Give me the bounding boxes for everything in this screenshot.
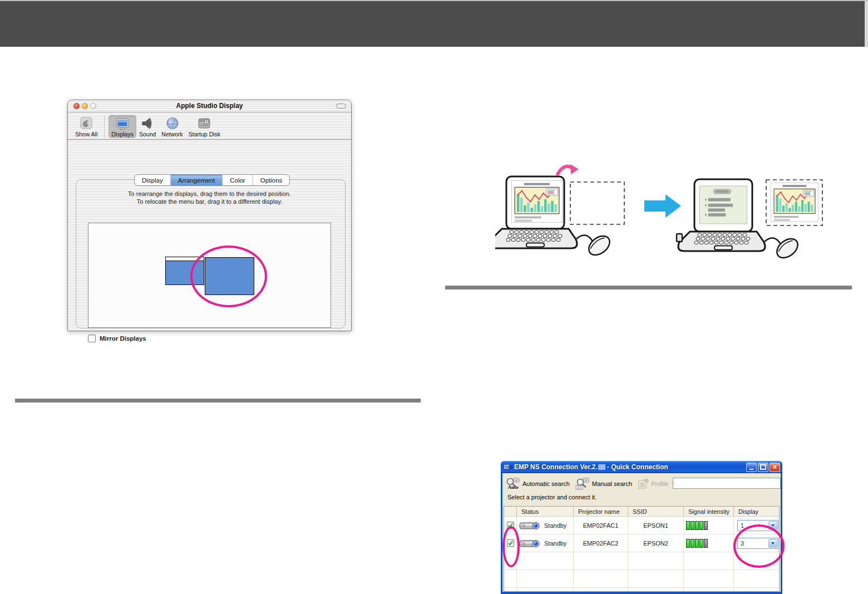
- row1-status-cell[interactable]: Standby: [517, 517, 574, 534]
- row1-ssid[interactable]: EPSON1: [628, 517, 684, 534]
- mirror-displays-checkbox[interactable]: [88, 335, 96, 342]
- toolbar-item-show-all[interactable]: Show All: [72, 115, 100, 138]
- empty-cell: [504, 570, 517, 588]
- blue-result-arrow: [644, 194, 681, 218]
- list-icon: [638, 479, 649, 489]
- empty-cell: [684, 552, 734, 570]
- minimize-button[interactable]: [746, 463, 757, 472]
- mac-content: Display Arrangement Color Options To rea…: [68, 140, 351, 333]
- extended-desktop-illustration: [495, 161, 841, 263]
- empty-cell: [628, 588, 684, 592]
- empty-cell: [734, 588, 779, 592]
- tab-color[interactable]: Color: [222, 175, 252, 185]
- pink-drag-arrowhead: [570, 164, 579, 174]
- empty-cell: [628, 552, 684, 570]
- empty-cell: [734, 570, 779, 588]
- mac-tab-bar: Display Arrangement Color Options: [134, 174, 290, 186]
- arrangement-instructions: To rearrange the displays, drag them to …: [68, 190, 351, 205]
- disk-icon: ?: [197, 116, 211, 131]
- dialog-prompt: Select a projector and connect it.: [502, 494, 781, 505]
- row2-status-cell[interactable]: Standby: [517, 534, 574, 552]
- mac-toolbar: Show All Displays Sound: [68, 112, 351, 140]
- toolbar-item-network[interactable]: Network: [159, 115, 186, 138]
- header-projector-name[interactable]: Projector name: [574, 507, 628, 517]
- row1-status-text: Standby: [544, 522, 566, 529]
- toolbar-item-sound[interactable]: Sound: [136, 115, 159, 138]
- instruction-line-1: To rearrange the displays, drag them to …: [68, 190, 351, 198]
- xp-window-title: EMP NS Connection Ver.2.- Quick Connecti…: [514, 463, 745, 471]
- toolbar-item-startup-disk[interactable]: ? Startup Disk: [186, 115, 223, 138]
- empty-cell: [684, 588, 734, 592]
- toolbar-separator: [104, 116, 105, 138]
- header-bar: [0, 1, 865, 47]
- row2-signal-cell: [684, 534, 734, 552]
- virtual-display-empty: [570, 182, 624, 224]
- search-result-input[interactable]: [673, 478, 781, 489]
- header-status[interactable]: Status: [517, 507, 574, 517]
- text-slide: [699, 186, 747, 224]
- title-prefix: EMP NS Connection Ver.2.: [514, 463, 598, 471]
- signal-intensity-bars: [686, 521, 708, 530]
- mirror-displays-row: Mirror Displays: [88, 335, 146, 342]
- pink-drag-arrow: [558, 166, 573, 174]
- arrangement-area[interactable]: [88, 223, 331, 328]
- magnifier-manual-icon: [575, 478, 590, 490]
- toolbar-item-label: Show All: [75, 131, 97, 138]
- projector-icon: [519, 538, 540, 548]
- profile-button[interactable]: Profile: [638, 479, 676, 489]
- manual-search-label: Manual search: [592, 480, 632, 487]
- apple-icon: [79, 116, 93, 131]
- empty-cell: [504, 588, 517, 592]
- projector-icon: [519, 521, 540, 531]
- emp-ns-connection-dialog: EMP NS Connection Ver.2.- Quick Connecti…: [501, 461, 782, 594]
- toolbar-item-label: Network: [161, 131, 183, 138]
- display-icon: [115, 116, 130, 131]
- empty-cell: [517, 552, 574, 570]
- manual-search-button[interactable]: Manual search: [575, 478, 632, 490]
- signal-intensity-bars: [686, 539, 708, 548]
- row1-signal-cell: [684, 517, 734, 534]
- row2-projector-name[interactable]: EMP02FAC2: [574, 534, 628, 552]
- toolbar-item-label: Displays: [111, 131, 134, 138]
- maximize-button[interactable]: [758, 463, 768, 472]
- close-button[interactable]: ×: [770, 463, 780, 472]
- tab-arrangement[interactable]: Arrangement: [170, 175, 222, 185]
- empty-cell: [517, 588, 574, 592]
- tab-display[interactable]: Display: [135, 175, 170, 185]
- header-display[interactable]: Display: [734, 507, 779, 517]
- toolbar-item-displays[interactable]: Displays: [108, 115, 136, 138]
- tab-options[interactable]: Options: [253, 175, 290, 185]
- checkbox-highlight-ellipse: [502, 526, 520, 567]
- manual-search-icon: [575, 478, 590, 490]
- empty-cell: [574, 552, 628, 570]
- obscured-version-patch: [598, 464, 605, 470]
- mac-collapse-widget[interactable]: [336, 104, 346, 109]
- automatic-search-button[interactable]: Auto Automatic search: [506, 478, 570, 489]
- header-ssid[interactable]: SSID: [628, 507, 684, 517]
- section-divider-left: [15, 399, 421, 402]
- row1-projector-name[interactable]: EMP02FAC1: [574, 517, 628, 534]
- chart-slide-moved: [771, 183, 818, 222]
- header-bar-edge: [865, 1, 868, 47]
- automatic-search-label: Automatic search: [522, 480, 570, 487]
- header-checkbox-col[interactable]: [504, 507, 517, 517]
- header-signal-intensity[interactable]: Signal intensity: [684, 507, 734, 517]
- row2-status-text: Standby: [544, 540, 566, 547]
- mac-titlebar[interactable]: Apple Studio Display: [68, 100, 351, 112]
- app-icon: [504, 463, 512, 471]
- empty-cell: [574, 570, 628, 588]
- profile-icon: [638, 479, 649, 489]
- svg-text:?: ?: [206, 120, 208, 124]
- display-number-value: 1: [741, 522, 744, 529]
- mirror-displays-label: Mirror Displays: [100, 335, 146, 342]
- instruction-line-2: To relocate the menu bar, drag it to a d…: [68, 198, 351, 205]
- title-suffix: - Quick Connection: [607, 463, 668, 471]
- mac-window-title: Apple Studio Display: [68, 102, 351, 110]
- empty-cell: [684, 570, 734, 588]
- section-divider-right: [445, 286, 852, 289]
- xp-toolbar: Auto Automatic search: [502, 473, 781, 494]
- chart-slide: [511, 181, 562, 223]
- xp-titlebar[interactable]: EMP NS Connection Ver.2.- Quick Connecti…: [501, 461, 782, 473]
- auto-badge: Auto: [507, 485, 518, 489]
- row2-ssid[interactable]: EPSON2: [628, 534, 684, 552]
